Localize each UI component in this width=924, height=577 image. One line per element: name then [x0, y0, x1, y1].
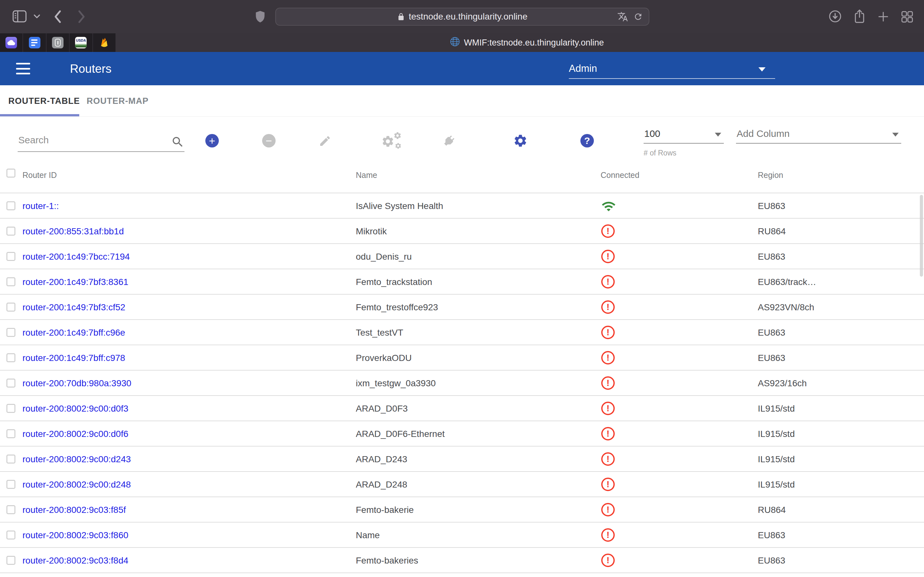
router-name: ProverkaODU [356, 353, 412, 363]
connected-status-icon: ! [601, 478, 616, 492]
row-checkbox[interactable] [6, 303, 15, 311]
error-exclamation-icon: ! [601, 326, 615, 339]
sidebar-toggle-button[interactable] [12, 10, 27, 23]
add-router-button[interactable]: + [205, 134, 219, 147]
tab-overview-button[interactable] [900, 10, 914, 23]
router-name: Femto_trackstation [356, 277, 432, 287]
error-exclamation-icon: ! [601, 376, 615, 390]
rows-per-page-select[interactable]: 100 [644, 126, 724, 143]
translate-icon[interactable] [617, 11, 629, 22]
downloads-button[interactable] [828, 9, 842, 23]
col-region[interactable]: Region [758, 171, 783, 180]
services-gears-button[interactable] [381, 131, 403, 151]
tab-router-table[interactable]: ROUTER-TABLE [8, 96, 80, 106]
edit-button[interactable] [318, 135, 331, 149]
row-checkbox[interactable] [6, 455, 15, 464]
connect-plug-button[interactable] [438, 131, 459, 152]
router-id-link[interactable]: router-200:8002:9c00:d248 [23, 480, 131, 490]
chevron-down-icon[interactable] [33, 13, 41, 19]
pinned-tab-cloud[interactable] [0, 33, 23, 52]
pinned-tab-docs[interactable] [23, 33, 46, 52]
router-id-link[interactable]: router-200:1c49:7bff:c96e [23, 327, 125, 338]
row-checkbox[interactable] [6, 505, 15, 514]
router-id-link[interactable]: router-200:8002:9c03:f860 [23, 530, 128, 540]
error-exclamation-icon: ! [601, 503, 615, 516]
error-exclamation-icon: ! [601, 224, 615, 238]
router-region: IL915/std [758, 480, 795, 490]
col-connected[interactable]: Connected [601, 171, 640, 180]
select-all-checkbox[interactable] [6, 169, 15, 177]
scrollbar-thumb[interactable] [920, 195, 923, 277]
firebase-flame-icon [99, 37, 110, 48]
router-name: Mikrotik [356, 226, 387, 237]
error-exclamation-icon: ! [601, 402, 615, 415]
back-button[interactable] [53, 9, 63, 24]
share-button[interactable] [853, 8, 867, 24]
reload-icon[interactable] [633, 12, 643, 21]
document-icon [29, 37, 40, 48]
connected-status-icon: ! [601, 275, 616, 289]
row-checkbox[interactable] [6, 379, 15, 388]
new-tab-button[interactable] [877, 11, 889, 23]
active-tab[interactable]: WMIF:testnode.eu.thingularity.online [450, 33, 604, 52]
router-id-link[interactable]: router-200:1c49:7bf3:cf52 [23, 302, 126, 313]
router-id-link[interactable]: router-200:1c49:7bf3:8361 [23, 277, 128, 287]
router-id-link[interactable]: router-200:8002:9c03:f8d4 [23, 556, 128, 566]
router-name: ARAD_D243 [356, 454, 407, 464]
router-name: ixm_testgw_0a3930 [356, 378, 436, 388]
error-exclamation-icon: ! [601, 250, 615, 263]
error-exclamation-icon: ! [601, 351, 615, 364]
error-exclamation-icon: ! [601, 427, 615, 440]
row-checkbox[interactable] [6, 353, 15, 362]
table-help-button[interactable]: ? [580, 134, 594, 147]
lock-icon [397, 12, 405, 21]
menu-hamburger-button[interactable] [16, 63, 30, 74]
connected-status-icon: ! [601, 199, 616, 213]
row-checkbox[interactable] [6, 277, 15, 286]
row-checkbox[interactable] [6, 252, 15, 261]
col-name[interactable]: Name [356, 171, 377, 180]
account-select[interactable]: Admin [569, 60, 775, 79]
error-exclamation-icon: ! [601, 478, 615, 491]
router-id-link[interactable]: router-200:1c49:7bcc:7194 [23, 251, 130, 262]
table-row: router-200:70db:980a:3930 ixm_testgw_0a3… [0, 371, 924, 396]
router-id-link[interactable]: router-200:8002:9c00:d0f3 [23, 404, 128, 414]
router-id-link[interactable]: router-200:8002:9c03:f85f [23, 505, 126, 515]
row-checkbox[interactable] [6, 530, 15, 540]
row-checkbox[interactable] [6, 328, 15, 337]
router-id-link[interactable]: router-200:1c49:7bff:c978 [23, 353, 125, 363]
remove-router-button[interactable]: − [262, 134, 276, 147]
table-row: router-200:8002:9c00:d0f6 ARAD_D0F6-Ethe… [0, 421, 924, 446]
row-checkbox[interactable] [6, 429, 15, 438]
row-checkbox[interactable] [6, 404, 15, 413]
router-region: EU863 [758, 251, 785, 262]
router-region: EU863 [758, 201, 785, 211]
pinned-tab-usda[interactable]: USDA [69, 33, 93, 52]
row-checkbox[interactable] [6, 556, 15, 565]
router-id-link[interactable]: router-200:70db:980a:3930 [23, 378, 131, 388]
router-id-link[interactable]: router-200:855:31af:bb1d [23, 226, 124, 237]
settings-gear-button[interactable] [513, 133, 528, 149]
row-checkbox[interactable] [6, 480, 15, 489]
router-name: ARAD_D248 [356, 480, 407, 490]
router-id-link[interactable]: router-200:8002:9c00:d0f6 [23, 429, 128, 439]
pinned-tab-info[interactable] [47, 33, 69, 52]
info-icon [52, 37, 63, 48]
privacy-shield-icon[interactable] [254, 10, 266, 23]
row-checkbox[interactable] [6, 201, 15, 210]
router-id-link[interactable]: router-200:8002:9c00:d243 [23, 454, 131, 464]
forward-button[interactable] [76, 9, 87, 24]
router-id-link[interactable]: router-1:: [23, 201, 59, 211]
tab-router-map[interactable]: ROUTER-MAP [87, 96, 149, 106]
pinned-tab-firebase[interactable] [93, 33, 115, 52]
cloud-icon [5, 37, 17, 48]
connected-status-icon: ! [601, 376, 616, 390]
row-checkbox[interactable] [6, 227, 15, 235]
search-input[interactable] [18, 130, 159, 145]
router-region: RU864 [758, 226, 786, 237]
add-column-select[interactable]: Add Column [736, 126, 901, 143]
router-region: IL915/std [758, 404, 795, 414]
router-region: IL915/std [758, 429, 795, 439]
col-router-id[interactable]: Router ID [23, 171, 57, 180]
address-bar[interactable]: testnode.eu.thingularity.online [275, 8, 649, 26]
